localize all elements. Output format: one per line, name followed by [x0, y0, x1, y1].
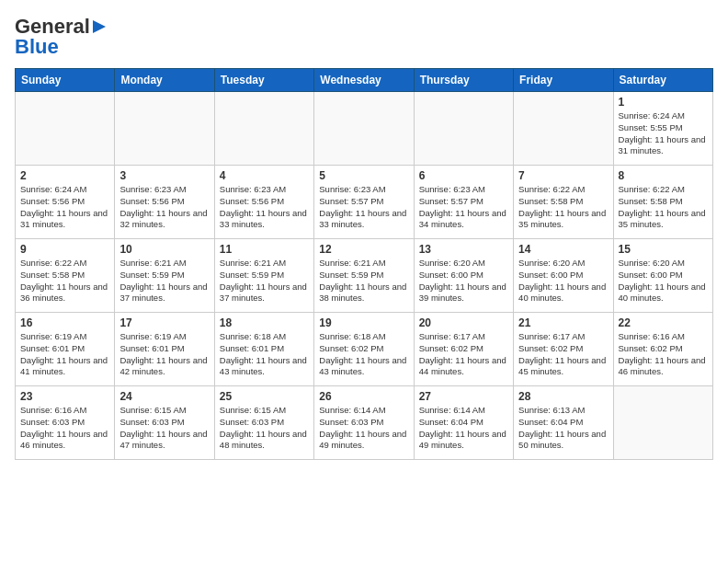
calendar-day-cell: 11Sunrise: 6:21 AM Sunset: 5:59 PM Dayli…: [214, 239, 313, 313]
calendar-day-cell: 25Sunrise: 6:15 AM Sunset: 6:03 PM Dayli…: [214, 386, 313, 460]
day-info: Sunrise: 6:16 AM Sunset: 6:03 PM Dayligh…: [20, 405, 109, 452]
calendar-day-cell: [613, 386, 712, 460]
calendar-day-cell: 4Sunrise: 6:23 AM Sunset: 5:56 PM Daylig…: [214, 166, 313, 239]
page-header: General Blue: [15, 15, 713, 59]
day-number: 7: [518, 169, 608, 182]
day-info: Sunrise: 6:15 AM Sunset: 6:03 PM Dayligh…: [119, 405, 209, 452]
calendar-day-cell: [414, 92, 513, 166]
calendar-day-cell: [214, 92, 313, 166]
day-info: Sunrise: 6:18 AM Sunset: 6:01 PM Dayligh…: [220, 331, 309, 378]
calendar-day-cell: 5Sunrise: 6:23 AM Sunset: 5:57 PM Daylig…: [314, 166, 414, 239]
day-info: Sunrise: 6:19 AM Sunset: 6:01 PM Dayligh…: [119, 331, 209, 378]
day-number: 17: [119, 316, 209, 329]
day-number: 10: [119, 243, 209, 256]
calendar-day-cell: 17Sunrise: 6:19 AM Sunset: 6:01 PM Dayli…: [115, 313, 214, 386]
day-number: 5: [319, 169, 408, 182]
day-info: Sunrise: 6:23 AM Sunset: 5:56 PM Dayligh…: [119, 184, 209, 231]
calendar-day-cell: 22Sunrise: 6:16 AM Sunset: 6:02 PM Dayli…: [613, 313, 712, 386]
day-info: Sunrise: 6:21 AM Sunset: 5:59 PM Dayligh…: [119, 258, 209, 304]
calendar-day-cell: 14Sunrise: 6:20 AM Sunset: 6:00 PM Dayli…: [514, 239, 613, 313]
day-number: 27: [419, 390, 508, 403]
calendar-day-cell: 26Sunrise: 6:14 AM Sunset: 6:03 PM Dayli…: [314, 386, 414, 460]
calendar-week-row: 1Sunrise: 6:24 AM Sunset: 5:55 PM Daylig…: [16, 92, 713, 166]
day-info: Sunrise: 6:20 AM Sunset: 6:00 PM Dayligh…: [518, 258, 608, 304]
calendar-week-row: 2Sunrise: 6:24 AM Sunset: 5:56 PM Daylig…: [16, 166, 713, 239]
calendar-day-cell: [115, 92, 214, 166]
day-info: Sunrise: 6:22 AM Sunset: 5:58 PM Dayligh…: [619, 184, 708, 231]
day-info: Sunrise: 6:22 AM Sunset: 5:58 PM Dayligh…: [518, 184, 608, 231]
calendar-day-cell: 8Sunrise: 6:22 AM Sunset: 5:58 PM Daylig…: [613, 166, 712, 239]
day-of-week-header: Saturday: [613, 69, 712, 92]
calendar-week-row: 23Sunrise: 6:16 AM Sunset: 6:03 PM Dayli…: [16, 386, 713, 460]
day-number: 12: [319, 243, 408, 256]
day-info: Sunrise: 6:14 AM Sunset: 6:04 PM Dayligh…: [419, 405, 508, 452]
day-number: 8: [619, 169, 708, 182]
day-of-week-header: Wednesday: [314, 69, 414, 92]
calendar-day-cell: 10Sunrise: 6:21 AM Sunset: 5:59 PM Dayli…: [115, 239, 214, 313]
calendar-day-cell: 19Sunrise: 6:18 AM Sunset: 6:02 PM Dayli…: [314, 313, 414, 386]
calendar-day-cell: 13Sunrise: 6:20 AM Sunset: 6:00 PM Dayli…: [414, 239, 513, 313]
day-number: 23: [20, 390, 109, 403]
day-number: 2: [20, 169, 109, 182]
day-number: 4: [220, 169, 309, 182]
day-number: 25: [220, 390, 309, 403]
calendar-header-row: SundayMondayTuesdayWednesdayThursdayFrid…: [16, 69, 713, 92]
day-info: Sunrise: 6:15 AM Sunset: 6:03 PM Dayligh…: [220, 405, 309, 452]
day-info: Sunrise: 6:23 AM Sunset: 5:57 PM Dayligh…: [319, 184, 408, 231]
day-info: Sunrise: 6:16 AM Sunset: 6:02 PM Dayligh…: [619, 331, 708, 378]
calendar-day-cell: 6Sunrise: 6:23 AM Sunset: 5:57 PM Daylig…: [414, 166, 513, 239]
day-number: 9: [20, 243, 109, 256]
day-number: 16: [20, 316, 109, 329]
day-number: 13: [419, 243, 508, 256]
day-info: Sunrise: 6:23 AM Sunset: 5:57 PM Dayligh…: [419, 184, 508, 231]
day-number: 21: [518, 316, 608, 329]
day-number: 3: [119, 169, 209, 182]
day-number: 14: [518, 243, 608, 256]
svg-marker-0: [93, 20, 106, 33]
calendar-day-cell: 1Sunrise: 6:24 AM Sunset: 5:55 PM Daylig…: [613, 92, 712, 166]
logo-blue: Blue: [15, 35, 59, 59]
calendar-day-cell: 18Sunrise: 6:18 AM Sunset: 6:01 PM Dayli…: [214, 313, 313, 386]
day-number: 6: [419, 169, 508, 182]
day-number: 22: [619, 316, 708, 329]
calendar-day-cell: 2Sunrise: 6:24 AM Sunset: 5:56 PM Daylig…: [16, 166, 115, 239]
logo-arrow-icon: [91, 18, 108, 35]
day-of-week-header: Tuesday: [214, 69, 313, 92]
day-of-week-header: Thursday: [414, 69, 513, 92]
calendar-day-cell: [314, 92, 414, 166]
calendar-day-cell: 23Sunrise: 6:16 AM Sunset: 6:03 PM Dayli…: [16, 386, 115, 460]
day-number: 26: [319, 390, 408, 403]
calendar-day-cell: 20Sunrise: 6:17 AM Sunset: 6:02 PM Dayli…: [414, 313, 513, 386]
day-info: Sunrise: 6:19 AM Sunset: 6:01 PM Dayligh…: [20, 331, 109, 378]
day-number: 1: [619, 96, 708, 109]
calendar-day-cell: 7Sunrise: 6:22 AM Sunset: 5:58 PM Daylig…: [514, 166, 613, 239]
day-number: 19: [319, 316, 408, 329]
calendar-day-cell: 27Sunrise: 6:14 AM Sunset: 6:04 PM Dayli…: [414, 386, 513, 460]
calendar-table: SundayMondayTuesdayWednesdayThursdayFrid…: [15, 68, 713, 460]
day-of-week-header: Sunday: [16, 69, 115, 92]
day-info: Sunrise: 6:22 AM Sunset: 5:58 PM Dayligh…: [20, 258, 109, 304]
day-info: Sunrise: 6:14 AM Sunset: 6:03 PM Dayligh…: [319, 405, 408, 452]
calendar-day-cell: 21Sunrise: 6:17 AM Sunset: 6:02 PM Dayli…: [514, 313, 613, 386]
day-info: Sunrise: 6:17 AM Sunset: 6:02 PM Dayligh…: [518, 331, 608, 378]
day-info: Sunrise: 6:13 AM Sunset: 6:04 PM Dayligh…: [518, 405, 608, 452]
day-number: 15: [619, 243, 708, 256]
calendar-day-cell: 3Sunrise: 6:23 AM Sunset: 5:56 PM Daylig…: [115, 166, 214, 239]
day-info: Sunrise: 6:24 AM Sunset: 5:55 PM Dayligh…: [619, 110, 708, 157]
logo: General Blue: [15, 15, 108, 59]
day-number: 11: [220, 243, 309, 256]
day-info: Sunrise: 6:24 AM Sunset: 5:56 PM Dayligh…: [20, 184, 109, 231]
day-of-week-header: Monday: [115, 69, 214, 92]
calendar-day-cell: 15Sunrise: 6:20 AM Sunset: 6:00 PM Dayli…: [613, 239, 712, 313]
calendar-week-row: 9Sunrise: 6:22 AM Sunset: 5:58 PM Daylig…: [16, 239, 713, 313]
calendar-day-cell: 16Sunrise: 6:19 AM Sunset: 6:01 PM Dayli…: [16, 313, 115, 386]
calendar-day-cell: 24Sunrise: 6:15 AM Sunset: 6:03 PM Dayli…: [115, 386, 214, 460]
day-number: 24: [119, 390, 209, 403]
calendar-day-cell: 9Sunrise: 6:22 AM Sunset: 5:58 PM Daylig…: [16, 239, 115, 313]
day-number: 28: [518, 390, 608, 403]
day-number: 18: [220, 316, 309, 329]
day-info: Sunrise: 6:20 AM Sunset: 6:00 PM Dayligh…: [619, 258, 708, 304]
day-info: Sunrise: 6:20 AM Sunset: 6:00 PM Dayligh…: [419, 258, 508, 304]
day-info: Sunrise: 6:17 AM Sunset: 6:02 PM Dayligh…: [419, 331, 508, 378]
calendar-day-cell: 12Sunrise: 6:21 AM Sunset: 5:59 PM Dayli…: [314, 239, 414, 313]
